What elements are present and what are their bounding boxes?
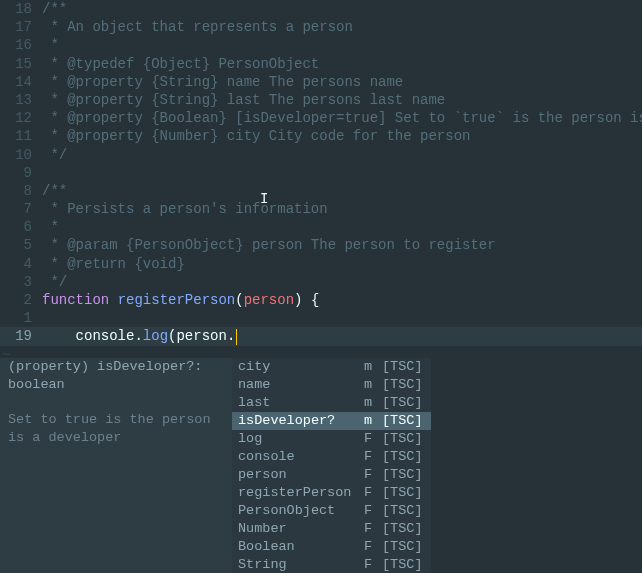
- code-content: * @param {PersonObject} person The perso…: [42, 236, 642, 254]
- completion-label: console: [238, 448, 364, 466]
- code-line[interactable]: 18/**: [0, 0, 642, 18]
- completion-source: [TSC]: [382, 556, 423, 573]
- code-line[interactable]: 8/**: [0, 182, 642, 200]
- line-number: 18: [0, 0, 42, 18]
- line-number: 6: [0, 218, 42, 236]
- completion-label: city: [238, 358, 364, 376]
- code-content: */: [42, 146, 642, 164]
- code-content: * @return {void}: [42, 255, 642, 273]
- completion-kind: m: [364, 358, 382, 376]
- completion-source: [TSC]: [382, 358, 423, 376]
- code-line[interactable]: 16 *: [0, 36, 642, 54]
- line-number: 2: [0, 291, 42, 309]
- code-content: [42, 164, 642, 182]
- completion-item[interactable]: citym[TSC]: [232, 358, 431, 376]
- completion-kind: F: [364, 538, 382, 556]
- code-line[interactable]: 6 *: [0, 218, 642, 236]
- code-content: /**: [42, 0, 642, 18]
- hint-line: boolean: [8, 376, 224, 394]
- completion-label: Number: [238, 520, 364, 538]
- completion-item[interactable]: StringF[TSC]: [232, 556, 431, 573]
- hint-doc: is a developer: [8, 429, 224, 447]
- completion-item[interactable]: registerPersonF[TSC]: [232, 484, 431, 502]
- completion-label: isDeveloper?: [238, 412, 364, 430]
- completion-item[interactable]: consoleF[TSC]: [232, 448, 431, 466]
- code-line[interactable]: 15 * @typedef {Object} PersonObject: [0, 55, 642, 73]
- code-line[interactable]: 2function registerPerson(person) {: [0, 291, 642, 309]
- completion-kind: F: [364, 556, 382, 573]
- line-number: 11: [0, 127, 42, 145]
- completion-source: [TSC]: [382, 394, 423, 412]
- line-number: 4: [0, 255, 42, 273]
- code-line[interactable]: 12 * @property {Boolean} [isDeveloper=tr…: [0, 109, 642, 127]
- line-number: 9: [0, 164, 42, 182]
- completion-kind: m: [364, 412, 382, 430]
- completion-list[interactable]: citym[TSC]namem[TSC]lastm[TSC]isDevelope…: [232, 358, 431, 573]
- completion-label: String: [238, 556, 364, 573]
- completion-item[interactable]: logF[TSC]: [232, 430, 431, 448]
- line-number: 8: [0, 182, 42, 200]
- completion-item[interactable]: BooleanF[TSC]: [232, 538, 431, 556]
- code-line[interactable]: 1: [0, 309, 642, 327]
- line-number: 14: [0, 73, 42, 91]
- completion-kind: F: [364, 520, 382, 538]
- hint-doc: Set to true is the person: [8, 411, 224, 429]
- code-line[interactable]: 17 * An object that represents a person: [0, 18, 642, 36]
- completion-label: last: [238, 394, 364, 412]
- completion-kind: F: [364, 430, 382, 448]
- code-line[interactable]: 9: [0, 164, 642, 182]
- code-content: * Persists a person's information: [42, 200, 642, 218]
- code-content: console.log(person.: [42, 327, 642, 345]
- autocomplete-popup: (property) isDeveloper?: boolean Set to …: [0, 358, 431, 573]
- code-content: * @property {Boolean} [isDeveloper=true]…: [42, 109, 642, 127]
- code-line[interactable]: 3 */: [0, 273, 642, 291]
- code-content: * @property {String} last The persons la…: [42, 91, 642, 109]
- line-number: 3: [0, 273, 42, 291]
- hint-line: (property) isDeveloper?:: [8, 358, 224, 376]
- code-line[interactable]: 5 * @param {PersonObject} person The per…: [0, 236, 642, 254]
- completion-kind: F: [364, 484, 382, 502]
- line-number: 5: [0, 236, 42, 254]
- line-number: 1: [0, 309, 42, 327]
- completion-label: log: [238, 430, 364, 448]
- completion-item[interactable]: lastm[TSC]: [232, 394, 431, 412]
- completion-label: name: [238, 376, 364, 394]
- code-line[interactable]: 13 * @property {String} last The persons…: [0, 91, 642, 109]
- code-content: *: [42, 36, 642, 54]
- completion-kind: m: [364, 376, 382, 394]
- completion-source: [TSC]: [382, 430, 423, 448]
- code-line[interactable]: 11 * @property {Number} city City code f…: [0, 127, 642, 145]
- code-content: /**: [42, 182, 642, 200]
- completion-label: PersonObject: [238, 502, 364, 520]
- completion-source: [TSC]: [382, 466, 423, 484]
- signature-hint: (property) isDeveloper?: boolean Set to …: [0, 358, 232, 573]
- line-number: 16: [0, 36, 42, 54]
- completion-item[interactable]: personF[TSC]: [232, 466, 431, 484]
- code-content: *: [42, 218, 642, 236]
- code-content: * @property {String} name The persons na…: [42, 73, 642, 91]
- completion-kind: F: [364, 466, 382, 484]
- line-number: 17: [0, 18, 42, 36]
- code-line[interactable]: 4 * @return {void}: [0, 255, 642, 273]
- completion-label: registerPerson: [238, 484, 364, 502]
- completion-kind: F: [364, 448, 382, 466]
- code-line[interactable]: 14 * @property {String} name The persons…: [0, 73, 642, 91]
- completion-source: [TSC]: [382, 412, 423, 430]
- completion-source: [TSC]: [382, 376, 423, 394]
- line-number: 13: [0, 91, 42, 109]
- current-line[interactable]: 19 console.log(person.: [0, 327, 642, 345]
- completion-item[interactable]: NumberF[TSC]: [232, 520, 431, 538]
- line-number: 7: [0, 200, 42, 218]
- code-content: [42, 309, 642, 327]
- line-number: 12: [0, 109, 42, 127]
- completion-source: [TSC]: [382, 538, 423, 556]
- completion-item[interactable]: PersonObjectF[TSC]: [232, 502, 431, 520]
- completion-item[interactable]: isDeveloper?m[TSC]: [232, 412, 431, 430]
- line-number: 19: [0, 327, 42, 345]
- code-line[interactable]: 10 */: [0, 146, 642, 164]
- line-number: 10: [0, 146, 42, 164]
- code-line[interactable]: 7 * Persists a person's information: [0, 200, 642, 218]
- completion-item[interactable]: namem[TSC]: [232, 376, 431, 394]
- code-content: * @property {Number} city City code for …: [42, 127, 642, 145]
- code-content: * @typedef {Object} PersonObject: [42, 55, 642, 73]
